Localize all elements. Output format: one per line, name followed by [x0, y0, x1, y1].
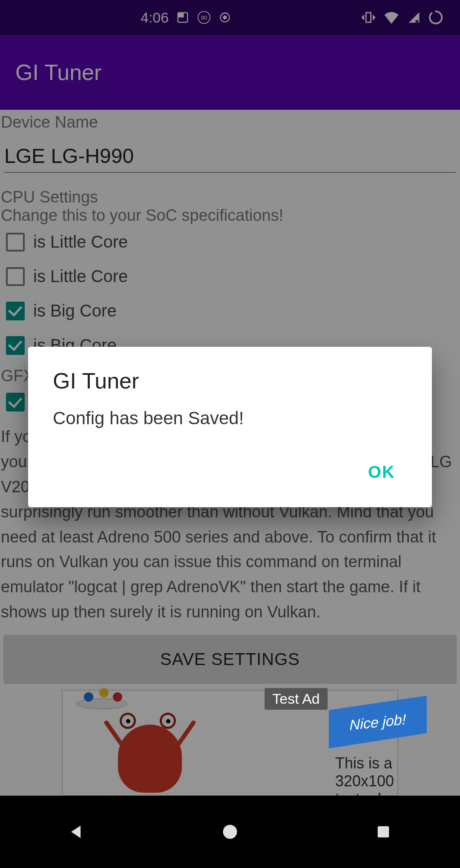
system-nav-bar: [0, 796, 460, 868]
home-button[interactable]: [187, 811, 273, 853]
recents-button[interactable]: [341, 811, 426, 853]
ad-badge: Test Ad: [264, 688, 328, 710]
dialog-title: GI Tuner: [53, 368, 407, 394]
alert-dialog: GI Tuner Config has been Saved! OK: [28, 347, 432, 507]
svg-rect-8: [378, 826, 389, 838]
svg-point-7: [223, 825, 237, 839]
dialog-message: Config has been Saved!: [53, 394, 407, 454]
dialog-ok-button[interactable]: OK: [356, 454, 407, 490]
back-button[interactable]: [34, 811, 119, 853]
